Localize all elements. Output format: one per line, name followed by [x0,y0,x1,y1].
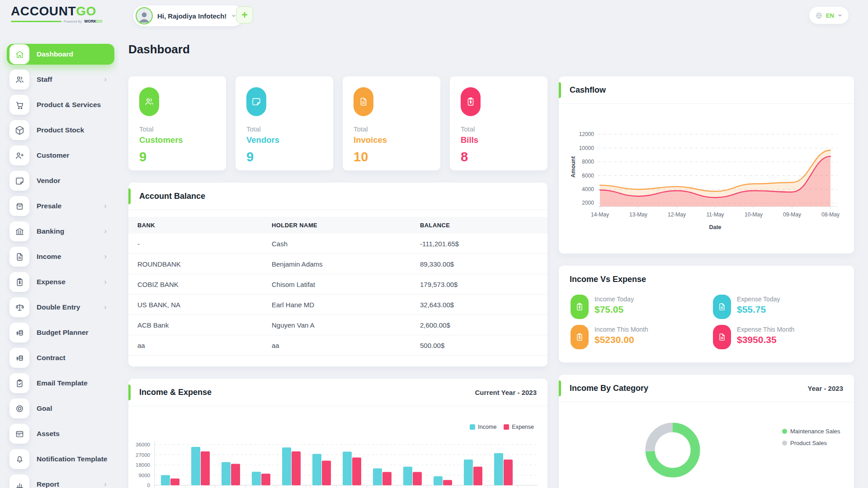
column-header: BANK [137,222,272,229]
panel-title: Income Vs Expense [570,275,646,284]
logo[interactable]: ACCOUNTGO Powered By WORKDO [11,5,102,23]
sidebar-item-label: Banking [37,227,64,235]
sidebar-item-presale[interactable]: Presale [7,196,114,216]
legend-label: Expense [512,424,534,430]
tile-label: Expense This Month [737,326,794,333]
panel-accent [559,82,561,98]
table-row: US BANK, NA Earl Hane MD 32,643.00$ [128,295,547,315]
plus-icon: + [241,10,247,20]
clipboard-check-icon [15,379,24,388]
bell-icon [15,455,24,464]
sidebar-item-notification-template[interactable]: Notification Template [7,449,114,469]
cell-holder-name: aa [272,342,420,349]
avatar [136,7,153,24]
user-plus-icon [15,151,24,160]
tile-amount: $5230.00 [594,334,648,345]
cell-balance: -111,201.65$ [420,240,538,248]
chevron-right-icon [103,482,108,487]
tile-amount: $75.05 [594,304,634,315]
table-row: COBIZ BANK Chisom Latifat 179,573.00$ [128,274,547,295]
sidebar-item-double-entry[interactable]: Double Entry [7,297,114,318]
sidebar-item-label: Email Template [37,379,88,387]
coins-icon [15,353,24,363]
sidebar-item-banking[interactable]: Banking [7,221,114,242]
cell-bank: ROUNDBANK [137,260,272,268]
svg-text:18000: 18000 [136,462,150,468]
cell-balance: 32,643.00$ [420,301,538,309]
sidebar-item-label: Dashboard [37,50,73,58]
stat-label: Vendors [246,135,322,145]
archive-icon [15,202,24,211]
stat-prefix: Total [354,125,429,133]
sidebar-item-contract[interactable]: Contract [7,347,114,368]
users-icon [15,75,24,84]
table-row: aa aa 500.00$ [128,335,547,356]
panel-title: Income & Expense [139,388,212,397]
sidebar-item-goal[interactable]: Goal [7,398,114,419]
svg-text:2000: 2000 [582,200,594,206]
legend-item-product-sales[interactable]: Product Sales [782,440,840,446]
scales-icon [15,303,24,312]
user-menu[interactable]: Hi, Rajodiya Infotech! [133,5,244,26]
sidebar-item-budget-planner[interactable]: Budget Planner [7,322,114,343]
sidebar-item-label: Budget Planner [37,328,89,337]
main-content: Dashboard Total Customers 9 Total Vendor… [128,32,854,488]
sidebar-item-label: Vendor [37,177,61,185]
sidebar-item-vendor[interactable]: Vendor [7,170,114,191]
language-code: EN [826,12,834,19]
sidebar-item-dashboard[interactable]: Dashboard [7,44,114,65]
sidebar-item-label: Contract [37,354,66,362]
income-by-category-chart [634,412,711,488]
svg-text:36000: 36000 [136,442,150,447]
clipboard-dollar-icon [575,333,584,342]
legend-swatch [470,424,475,430]
income-vs-expense-panel: Income Vs Expense Income Today $75.05 Ex… [559,266,854,362]
sidebar-item-income[interactable]: Income [7,246,114,267]
legend-swatch [782,441,787,446]
chevron-right-icon [103,305,108,310]
stat-label: Customers [139,135,215,145]
account-balance-panel: Account Balance BANKHOLDER NAMEBALANCE -… [128,183,547,366]
sidebar-item-expense[interactable]: Expense [7,272,114,292]
income-expense-panel: Income & Expense Current Year - 2023 Inc… [128,379,547,488]
sidebar-item-email-template[interactable]: Email Template [7,373,114,394]
cell-bank: - [137,240,272,248]
tile-label: Income Today [594,296,634,303]
svg-text:Date: Date [709,224,721,230]
language-selector[interactable]: EN [809,7,849,24]
panel-accent [559,380,561,396]
sidebar-item-report[interactable]: Report [7,474,114,488]
cart-icon [15,100,24,110]
svg-text:13-May: 13-May [629,211,647,218]
file-text-icon [717,302,726,311]
powered-by-label: Powered By [64,19,82,23]
sidebar-item-staff[interactable]: Staff [7,69,114,90]
svg-text:0: 0 [147,483,150,488]
sidebar-item-customer[interactable]: Customer [7,145,114,166]
svg-text:09-May: 09-May [783,211,801,218]
stat-prefix: Total [246,125,322,133]
sidebar-item-label: Income [37,253,61,261]
panel-title: Cashflow [570,85,606,95]
legend-item-expense[interactable]: Expense [504,424,534,430]
stat-cards: Total Customers 9 Total Vendors 9 Total … [128,76,547,170]
svg-text:12000: 12000 [579,131,594,137]
clipboard-dollar-icon [575,302,584,311]
stat-label: Bills [461,135,537,145]
sidebar-item-assets[interactable]: Assets [7,423,114,444]
cell-bank: US BANK, NA [137,301,272,309]
report-icon [15,480,24,488]
legend-item-maintenance-sales[interactable]: Maintenance Sales [782,428,840,435]
table-row: - Cash -111,201.65$ [128,234,547,254]
sidebar-item-product-stock[interactable]: Product Stock [7,120,114,141]
cell-holder-name: Earl Hane MD [272,301,420,309]
chevron-right-icon [103,280,108,285]
stat-card-bills: Total Bills 8 [450,76,547,170]
tile-label: Expense Today [737,296,780,303]
cell-holder-name: Nguyen Van A [272,321,420,329]
add-button[interactable]: + [236,6,253,23]
legend-item-income[interactable]: Income [470,424,496,430]
sidebar-item-product-services[interactable]: Product & Services [7,94,114,115]
svg-text:27000: 27000 [136,452,150,458]
svg-text:Amount: Amount [570,156,576,178]
